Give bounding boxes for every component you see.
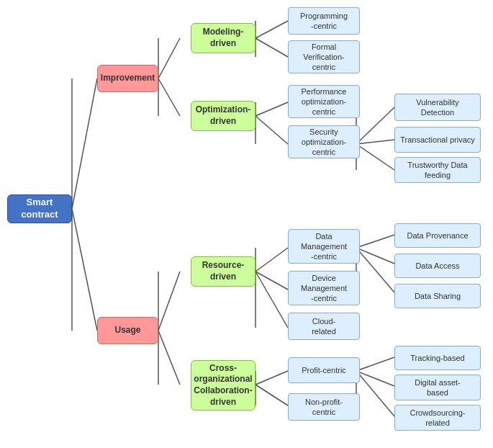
svg-line-1 <box>72 209 97 331</box>
programming-centric-node: Programming-centric <box>288 7 360 35</box>
svg-line-14 <box>356 144 394 170</box>
smart-contract-label: Smart contract <box>12 197 67 221</box>
svg-line-10 <box>255 116 288 144</box>
device-management-node: DeviceManagement-centric <box>288 271 360 305</box>
digital-asset-label: Digital asset-based <box>415 377 461 398</box>
svg-line-32 <box>356 371 394 416</box>
resource-driven-node: Resource-driven <box>191 256 255 287</box>
svg-line-9 <box>255 102 288 116</box>
svg-line-4 <box>158 79 180 116</box>
svg-line-31 <box>356 371 394 386</box>
device-management-label: DeviceManagement-centric <box>301 273 347 304</box>
data-management-label: DataManagement-centric <box>301 231 347 262</box>
cloud-related-label: Cloud-related <box>312 316 336 337</box>
svg-line-28 <box>255 385 288 406</box>
digital-asset-node: Digital asset-based <box>394 375 481 400</box>
smart-contract-node: Smart contract <box>7 194 72 223</box>
transactional-privacy-node: Transactional privacy <box>394 127 481 153</box>
trustworthy-node: Trustworthy Data feeding <box>394 157 481 183</box>
improvement-node: Improvement <box>97 65 158 92</box>
svg-line-7 <box>255 38 288 57</box>
programming-centric-label: Programming-centric <box>300 11 348 32</box>
perf-optimization-node: Performanceoptimization-centric <box>288 85 360 118</box>
formal-verification-node: FormalVerification-centric <box>288 40 360 73</box>
data-sharing-label: Data Sharing <box>415 291 461 301</box>
perf-optimization-label: Performanceoptimization-centric <box>302 86 347 117</box>
tracking-based-label: Tracking-based <box>410 353 464 363</box>
optimization-driven-node: Optimization-driven <box>191 101 255 131</box>
svg-line-25 <box>356 248 394 292</box>
usage-node: Usage <box>97 317 158 344</box>
cross-org-node: Cross-organizationalCollaboration-driven <box>191 360 255 411</box>
data-management-node: DataManagement-centric <box>288 229 360 264</box>
svg-line-3 <box>158 38 180 79</box>
formal-verification-label: FormalVerification-centric <box>303 42 344 73</box>
trustworthy-label: Trustworthy Data feeding <box>399 160 476 181</box>
svg-line-21 <box>255 272 288 328</box>
svg-line-30 <box>356 357 394 371</box>
svg-line-6 <box>255 21 288 38</box>
improvement-label: Improvement <box>101 73 155 84</box>
svg-line-20 <box>255 272 288 290</box>
resource-driven-label: Resource-driven <box>202 260 245 282</box>
modeling-driven-label: Modeling-driven <box>203 27 244 49</box>
diagram: Smart contract Improvement Usage Modelin… <box>0 0 493 448</box>
data-sharing-node: Data Sharing <box>394 284 481 308</box>
svg-line-0 <box>72 79 97 209</box>
cloud-related-node: Cloud-related <box>288 313 360 340</box>
non-profit-label: Non-profit-centric <box>305 397 343 418</box>
svg-line-19 <box>255 248 288 272</box>
data-provenance-label: Data Provenance <box>407 230 469 241</box>
svg-line-13 <box>356 140 394 144</box>
vulnerability-detection-node: Vulnerability Detection <box>394 94 481 121</box>
crowdsourcing-node: Crowdsourcing-related <box>394 405 481 431</box>
tracking-based-node: Tracking-based <box>394 346 481 370</box>
non-profit-node: Non-profit-centric <box>288 393 360 421</box>
modeling-driven-node: Modeling-driven <box>191 23 255 53</box>
vulnerability-detection-label: Vulnerability Detection <box>399 97 476 118</box>
crowdsourcing-label: Crowdsourcing-related <box>410 408 465 429</box>
usage-label: Usage <box>114 325 140 336</box>
cross-org-label: Cross-organizationalCollaboration-driven <box>194 363 252 408</box>
security-optimization-node: Securityoptimization-centric <box>288 125 360 158</box>
svg-line-16 <box>158 272 180 331</box>
security-optimization-label: Securityoptimization-centric <box>302 127 346 158</box>
svg-line-12 <box>356 107 394 144</box>
svg-line-24 <box>356 248 394 264</box>
svg-line-17 <box>158 331 180 385</box>
svg-line-23 <box>356 235 394 248</box>
optimization-driven-label: Optimization-driven <box>196 104 251 127</box>
data-access-node: Data Access <box>394 254 481 278</box>
data-access-label: Data Access <box>415 261 459 271</box>
svg-line-27 <box>255 371 288 385</box>
data-provenance-node: Data Provenance <box>394 223 481 248</box>
transactional-privacy-label: Transactional privacy <box>400 135 475 145</box>
profit-centric-label: Profit-centric <box>302 365 346 375</box>
profit-centric-node: Profit-centric <box>288 357 360 383</box>
